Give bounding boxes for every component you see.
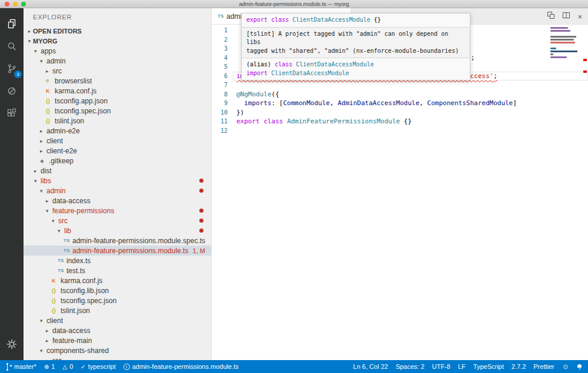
tree-folder-lib[interactable]: ▾lib (24, 226, 211, 236)
tree-file-tsconfig.spec.json[interactable]: {}tsconfig.spec.json (24, 106, 211, 116)
minimap-mark (550, 27, 568, 29)
tree-item-label: admin-feature-permissions.module.spec.ts (72, 237, 205, 245)
open-editors-label: OPEN EDITORS (33, 28, 82, 35)
chevron-down-icon: ▾ (40, 348, 46, 354)
close-window-button[interactable] (5, 2, 9, 6)
tree-file-tsconfig.lib.json[interactable]: {}tsconfig.lib.json (24, 285, 211, 295)
status-tslint-status[interactable]: ✓typescript (81, 363, 115, 370)
tree-file-tslint.json[interactable]: {}tslint.json (24, 116, 211, 126)
tree-folder-data-access[interactable]: ▸data-access (24, 196, 211, 206)
tree-file-browserslist[interactable]: ≡browserslist (24, 76, 211, 86)
chevron-right-icon: ▸ (40, 128, 46, 134)
code-line-8[interactable]: 8@NgModule({ (212, 90, 588, 99)
status-indentation[interactable]: Spaces: 2 (396, 363, 425, 370)
chevron-right-icon: ▸ (46, 68, 52, 74)
activity-search[interactable] (0, 35, 24, 58)
tree-item-label: components-shared (46, 347, 109, 355)
hover-section-2: [tslint] A project tagged with "admin" c… (242, 27, 470, 58)
list-file-icon: ≡ (46, 78, 55, 84)
tree-file-tsconfig.spec.json[interactable]: {}tsconfig.spec.json (24, 295, 211, 305)
tree-file-index.ts[interactable]: TSindex.ts (24, 256, 211, 266)
status-right: Ln 6, Col 22Spaces: 2UTF-8LFTypeScript2.… (353, 363, 582, 370)
activity-explorer[interactable] (0, 13, 24, 35)
tree-folder-dist[interactable]: ▸dist (24, 166, 211, 176)
tree-folder-client[interactable]: ▾client (24, 315, 211, 325)
file-tree: ▾apps▾admin▸src≡browserslistKkarma.conf.… (24, 46, 211, 360)
chevron-right-icon: ▸ (46, 338, 52, 344)
status-language-mode[interactable]: TypeScript (473, 363, 504, 370)
tree-folder-src[interactable]: ▾src (24, 216, 211, 226)
tree-file-karma.conf.js[interactable]: Kkarma.conf.js (24, 86, 211, 96)
overview-ruler-error-mark (583, 70, 587, 73)
tree-folder-admin[interactable]: ▾admin (24, 56, 211, 66)
code-line-10[interactable]: 10}) (212, 108, 588, 117)
line-number: 7 (212, 80, 233, 90)
status-active-file[interactable]: iadmin-feature-permissions.module.ts (123, 363, 239, 370)
chevron-right-icon: ▸ (34, 168, 41, 174)
chevron-down-icon: ▾ (52, 218, 58, 224)
open-editors-header[interactable]: ▸ OPEN EDITORS (24, 26, 211, 36)
chevron-down-icon: ▾ (26, 38, 33, 44)
minimize-window-button[interactable] (13, 2, 18, 6)
settings-gear-button[interactable] (0, 333, 24, 355)
tree-folder-admin-e2e[interactable]: ▸admin-e2e (24, 126, 211, 136)
tree-file-admin-feature-permissions.module.ts[interactable]: TSadmin-feature-permissions.module.ts1, … (24, 246, 211, 256)
tree-folder-client[interactable]: ▸client (24, 136, 211, 146)
status-warnings[interactable]: △0 (62, 363, 73, 370)
tree-folder-admin[interactable]: ▾admin (24, 186, 211, 196)
traffic-lights (5, 2, 26, 6)
tree-file-tsconfig.app.json[interactable]: {}tsconfig.app.json (24, 96, 211, 106)
chevron-down-icon: ▾ (34, 178, 41, 184)
split-editor-icon[interactable] (562, 11, 570, 22)
branch-icon (6, 363, 12, 371)
activity-source-control[interactable]: 3 (0, 58, 24, 80)
activity-extensions[interactable] (0, 102, 24, 125)
tree-folder-libs[interactable]: ▾libs (24, 176, 211, 186)
json-file-icon: {} (46, 108, 55, 114)
root-folder-header[interactable]: ▾ MYORG (24, 36, 211, 46)
tree-folder-src[interactable]: ▸src (24, 355, 211, 360)
tree-folder-feature-permissions[interactable]: ▾feature-permissions (24, 206, 211, 216)
status-eol[interactable]: LF (458, 363, 466, 370)
notifications-bell-icon[interactable] (577, 364, 582, 369)
tree-folder-apps[interactable]: ▾apps (24, 46, 211, 56)
status-cursor-position[interactable]: Ln 6, Col 22 (353, 363, 388, 370)
tree-item-label: index.ts (66, 257, 91, 265)
root-folder-label: MYORG (33, 38, 58, 45)
tree-file-test.ts[interactable]: TStest.ts (24, 266, 211, 275)
status-formatter[interactable]: Prettier (533, 363, 554, 370)
tree-item-label: src (58, 217, 68, 225)
status-errors[interactable]: ⊗1 (44, 363, 55, 370)
chevron-right-icon: ▸ (46, 328, 52, 334)
git-status-badge: 1, M (193, 247, 205, 254)
tree-file-admin-feature-permissions.module.spec.ts[interactable]: TSadmin-feature-permissions.module.spec.… (24, 236, 211, 246)
hover-line: tagged with "shared", "admin" (nx-enforc… (246, 47, 465, 56)
line-number: 8 (212, 90, 233, 99)
ts-file-icon: TS (58, 268, 66, 273)
code-line-11[interactable]: 11export class AdminFeaturePermissionsMo… (212, 117, 588, 126)
feedback-smiley-icon[interactable]: ☺ (562, 363, 569, 370)
activity-debug[interactable] (0, 80, 24, 102)
code-line-12[interactable]: 12 (212, 126, 588, 136)
tree-file-tslint.json[interactable]: {}tslint.json (24, 305, 211, 315)
code-line-9[interactable]: 9 imports: [CommonModule, AdminDataAcces… (212, 99, 588, 108)
status-git-branch[interactable]: master* (6, 363, 36, 371)
tree-folder-src[interactable]: ▸src (24, 66, 211, 76)
tree-folder-components-shared[interactable]: ▾components-shared (24, 345, 211, 355)
close-editor-icon[interactable]: × (577, 13, 582, 21)
open-changes-icon[interactable] (547, 11, 555, 22)
tree-folder-client-e2e[interactable]: ▸client-e2e (24, 146, 211, 156)
tree-file-karma.conf.js[interactable]: Kkarma.conf.js (24, 275, 211, 285)
tree-item-label: karma.conf.js (61, 277, 102, 285)
status-ts-version[interactable]: 2.7.2 (512, 363, 526, 370)
zoom-window-button[interactable] (21, 2, 26, 6)
tree-item-label: tslint.json (61, 307, 90, 315)
status-encoding[interactable]: UTF-8 (432, 363, 450, 370)
tree-item-label: tslint.json (55, 117, 84, 125)
chevron-down-icon: ▾ (46, 208, 52, 214)
tree-folder-feature-main[interactable]: ▸feature-main (24, 335, 211, 345)
tree-file-.gitkeep[interactable]: ◈.gitkeep (24, 156, 211, 166)
code-line-7[interactable]: 7 (212, 80, 588, 90)
minimap[interactable] (550, 27, 580, 62)
tree-folder-data-access[interactable]: ▸data-access (24, 325, 211, 335)
